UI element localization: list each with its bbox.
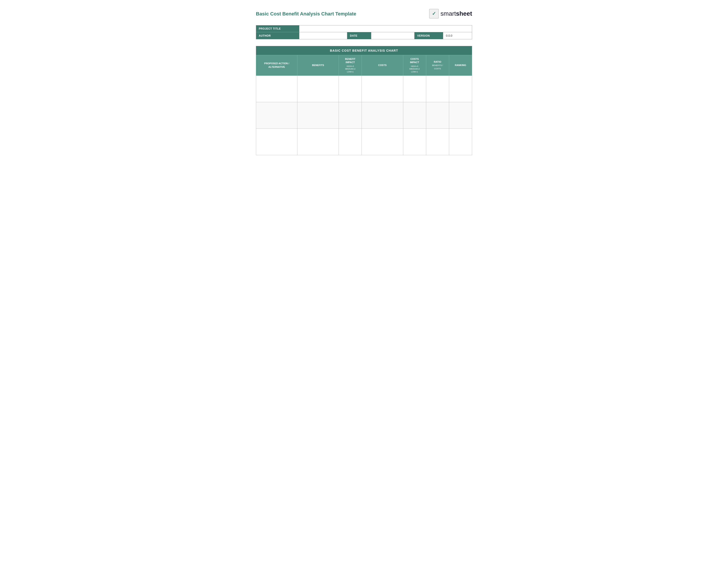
row1-benefits[interactable] (297, 75, 339, 102)
row3-ratio[interactable] (426, 128, 449, 155)
project-title-label: PROJECT TITLE (256, 25, 299, 32)
col-header-ranking: RANKING (449, 55, 472, 76)
analysis-main-header-row: BASIC COST BENEFIT ANALYSIS CHART (256, 46, 472, 55)
row2-benefits[interactable] (297, 102, 339, 128)
table-row (256, 102, 472, 128)
author-date-version-row: AUTHOR DATE VERSION 0.0.0 (256, 32, 472, 39)
col-header-ratio: RATIOBENEFITS /COSTS (426, 55, 449, 76)
table-row (256, 75, 472, 102)
logo-text: smartsheet (441, 10, 472, 17)
row1-proposed[interactable] (256, 75, 297, 102)
analysis-col-header-row: PROPOSED ACTION / ALTERNATIVE BENEFITS B… (256, 55, 472, 76)
row1-ranking[interactable] (449, 75, 472, 102)
logo-sheet: sheet (456, 10, 472, 17)
col-header-benefits: BENEFITS (297, 55, 339, 76)
row3-costs-impact[interactable] (403, 128, 426, 155)
row3-ranking[interactable] (449, 128, 472, 155)
row2-ratio[interactable] (426, 102, 449, 128)
analysis-main-header: BASIC COST BENEFIT ANALYSIS CHART (256, 46, 472, 55)
row3-benefits[interactable] (297, 128, 339, 155)
row1-costs-impact[interactable] (403, 75, 426, 102)
row2-proposed[interactable] (256, 102, 297, 128)
col-header-costs-impact: COSTSIMPACTHIGH=3MEDIUM=2LOW=1 (403, 55, 426, 76)
row1-costs[interactable] (362, 75, 403, 102)
project-title-value[interactable] (299, 25, 472, 32)
author-label: AUTHOR (256, 32, 299, 39)
logo-smart: smart (441, 10, 456, 17)
version-label: VERSION (414, 32, 443, 39)
author-value[interactable] (299, 32, 347, 39)
row2-benefit-impact[interactable] (339, 102, 362, 128)
row3-benefit-impact[interactable] (339, 128, 362, 155)
analysis-table: BASIC COST BENEFIT ANALYSIS CHART PROPOS… (256, 46, 472, 155)
row1-benefit-impact[interactable] (339, 75, 362, 102)
page-title: Basic Cost Benefit Analysis Chart Templa… (256, 11, 356, 17)
col-header-benefit-impact: BENEFITIMPACTHIGH=3MEDIUM=2LOW=1 (339, 55, 362, 76)
date-label: DATE (347, 32, 371, 39)
row2-ranking[interactable] (449, 102, 472, 128)
project-title-row: PROJECT TITLE (256, 25, 472, 32)
table-row (256, 128, 472, 155)
row3-costs[interactable] (362, 128, 403, 155)
row2-costs-impact[interactable] (403, 102, 426, 128)
page-header: Basic Cost Benefit Analysis Chart Templa… (256, 9, 472, 19)
col-header-proposed: PROPOSED ACTION / ALTERNATIVE (256, 55, 297, 76)
date-value[interactable] (371, 32, 415, 39)
row2-costs[interactable] (362, 102, 403, 128)
col-header-costs: COSTS (362, 55, 403, 76)
logo: smartsheet (429, 9, 472, 19)
project-info-table: PROJECT TITLE AUTHOR DATE VERSION 0.0.0 (256, 25, 472, 39)
logo-icon (429, 9, 439, 19)
row1-ratio[interactable] (426, 75, 449, 102)
version-value[interactable]: 0.0.0 (443, 32, 472, 39)
row3-proposed[interactable] (256, 128, 297, 155)
